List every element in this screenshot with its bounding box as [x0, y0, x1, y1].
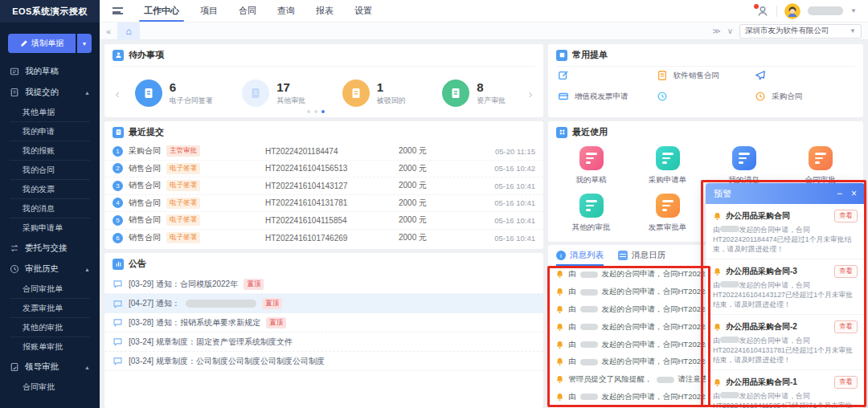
- company-select[interactable]: 深圳市友为软件有限公司 ▼: [739, 24, 862, 39]
- main-nav-tabs: 工作中心 项目 合同 查询 报表 设置: [144, 0, 372, 22]
- view-button[interactable]: 查看: [834, 320, 858, 333]
- sidebar-item-expense-approval[interactable]: 报账单审批: [10, 337, 90, 357]
- notification-person-icon[interactable]: [756, 5, 769, 18]
- recently-used-my-drafts[interactable]: 我的草稿: [553, 146, 629, 186]
- alert-popup: 预警 − × 办公用品采购合同 查看 由发起的合同申请，合同HT20224201…: [706, 183, 865, 408]
- common-order-label: 软件销售合同: [674, 71, 719, 81]
- tab-project[interactable]: 项目: [200, 0, 218, 22]
- amount: 2000 元: [399, 145, 485, 157]
- menu-toggle-icon[interactable]: [113, 7, 123, 14]
- view-button[interactable]: 查看: [834, 376, 858, 389]
- tab-list-dropdown-icon[interactable]: ∨: [727, 27, 733, 35]
- common-order-label: 增值税发票申请: [575, 92, 628, 102]
- common-order-purchase-contract[interactable]: 采购合同: [755, 91, 854, 102]
- timestamp: 05-16 10:41: [485, 216, 535, 225]
- minimize-icon[interactable]: −: [837, 189, 842, 198]
- expand-tabs-icon[interactable]: ≫: [712, 27, 720, 35]
- contract-type: 采购合同: [129, 145, 161, 157]
- announcements-header: 公告: [104, 253, 543, 275]
- tab-settings[interactable]: 设置: [354, 0, 372, 22]
- carousel-dot[interactable]: [307, 110, 310, 113]
- close-icon[interactable]: ×: [851, 189, 857, 198]
- tab-report[interactable]: 报表: [316, 0, 334, 22]
- amount: 2000 元: [399, 163, 485, 174]
- recently-used-my-messages[interactable]: 我的消息: [706, 146, 782, 186]
- view-button[interactable]: 查看: [834, 265, 858, 278]
- common-order-vat-invoice-request[interactable]: 增值税发票申请: [558, 91, 657, 102]
- alert-popup-header: 预警 − ×: [706, 183, 865, 204]
- sidebar-item-my-invoices[interactable]: 我的发票: [10, 180, 90, 199]
- sidebar-item-drafts[interactable]: 我的草稿: [0, 61, 100, 82]
- create-document-button[interactable]: 填制单据: [8, 34, 76, 53]
- common-order-clock[interactable]: [657, 91, 755, 102]
- table-row[interactable]: 5 销售合同 电子签署 HT2022416104115854 2000 元 05…: [104, 212, 543, 230]
- sidebar-item-contract-approval[interactable]: 合同审批: [10, 377, 90, 397]
- table-row[interactable]: 2 销售合同 电子签署 HT2022416104156513 2000 元 05…: [104, 161, 543, 178]
- status-badge: 电子签署: [166, 180, 200, 191]
- sidebar-item-my-contracts[interactable]: 我的合同: [10, 161, 90, 180]
- sidebar-group-label: 领导审批: [25, 361, 59, 373]
- carousel-next-icon[interactable]: ›: [524, 87, 537, 100]
- row-number-badge: 3: [113, 181, 123, 191]
- list-item[interactable]: [03-24] 规章制度：公司制度公司制度公司制度公司制度: [104, 352, 543, 371]
- sidebar-item-purchase-request[interactable]: 采购申请单: [10, 218, 90, 238]
- list-item[interactable]: [04-27] 通知： 置顶: [104, 294, 543, 313]
- create-document-split-button[interactable]: 填制单据 ▼: [8, 34, 92, 53]
- home-tab[interactable]: ⌂: [117, 22, 140, 40]
- table-row[interactable]: 6 销售合同 电子签署 HT2022416101746269 2000 元 05…: [104, 230, 543, 247]
- tab-work-center[interactable]: 工作中心: [144, 0, 179, 22]
- message-text: 由: [568, 322, 576, 333]
- table-row[interactable]: 3 销售合同 电子签署 HT2022416104143127 2000 元 05…: [104, 177, 543, 195]
- tab-query[interactable]: 查询: [277, 0, 295, 22]
- list-item[interactable]: [03-29] 通知：合同模版2022年 置顶: [104, 275, 543, 294]
- sidebar-item-invoice-approval-doc[interactable]: 发票审批单: [10, 299, 90, 318]
- sidebar-item-other-docs[interactable]: 其他单据: [10, 103, 90, 122]
- sidebar-item-contract-approval-doc[interactable]: 合同审批单: [10, 279, 90, 299]
- sidebar-item-my-expenses[interactable]: 我的报账: [10, 141, 90, 161]
- sidebar-item-other-approvals[interactable]: 其他的审批: [10, 318, 90, 337]
- tab-message-list[interactable]: i 消息列表: [556, 245, 604, 266]
- contract-type: 销售合同: [129, 198, 161, 209]
- document-icon: [342, 80, 370, 107]
- recently-used-invoice-approval[interactable]: 发票审批单: [629, 194, 706, 233]
- row-number-badge: 2: [113, 163, 123, 173]
- leader-badge-icon: [10, 362, 19, 372]
- table-row[interactable]: 1 采购合同 主管审批 HT20224201184474 2000 元 05-2…: [104, 143, 543, 161]
- announcement-text: [03-24] 规章制度：固定资产管理系统制度文件: [129, 337, 293, 348]
- view-button[interactable]: 查看: [834, 210, 858, 222]
- announcement-text: [03-29] 通知：合同模版2022年: [129, 279, 238, 290]
- sidebar-item-handover[interactable]: 委托与交接: [0, 238, 100, 259]
- sidebar-item-my-applications[interactable]: 我的申请: [10, 122, 90, 141]
- common-order-edit[interactable]: [558, 70, 657, 81]
- sidebar-item-label: 我的草稿: [25, 66, 59, 77]
- carousel-dot-active[interactable]: [321, 110, 325, 113]
- common-order-send[interactable]: [755, 70, 854, 81]
- common-orders-header: 常用提单: [548, 44, 863, 66]
- sidebar-group-leader-approval[interactable]: 领导审批 ▲: [0, 357, 100, 377]
- collapse-tabs-icon[interactable]: «: [106, 27, 111, 36]
- recently-used-purchase-request[interactable]: 采购申请单: [629, 146, 706, 186]
- status-badge: 主管审批: [166, 145, 200, 157]
- list-item[interactable]: [03-24] 规章制度：固定资产管理系统制度文件: [104, 333, 543, 352]
- paper-plane-icon: [755, 70, 766, 81]
- sidebar-group-my-submitted[interactable]: 我提交的 ▲: [0, 82, 100, 103]
- chevron-down-icon[interactable]: ▼: [850, 7, 857, 14]
- alert-desc: 由: [713, 226, 720, 234]
- sidebar-group-approval-history[interactable]: 审批历史 ▲: [0, 259, 100, 279]
- bell-icon: [713, 378, 722, 387]
- tab-message-calendar[interactable]: 消息日历: [618, 245, 665, 266]
- sidebar-item-my-messages[interactable]: 我的消息: [10, 199, 90, 218]
- table-row[interactable]: 4 销售合同 电子签署 HT2022416104131781 2000 元 05…: [104, 195, 543, 213]
- bell-icon: [555, 288, 564, 296]
- list-item[interactable]: [03-28] 通知：报销系统单要求新规定 置顶: [104, 313, 543, 333]
- recently-used-contract-approval[interactable]: 合同审批: [782, 146, 858, 186]
- common-order-software-sales-contract[interactable]: 软件销售合同: [657, 70, 755, 81]
- announcement-text: [04-27] 通知：: [129, 298, 180, 309]
- tab-contract[interactable]: 合同: [239, 0, 256, 22]
- bell-icon: [555, 341, 564, 349]
- carousel-dot[interactable]: [314, 110, 317, 113]
- recently-used-other-approvals[interactable]: 其他的审批: [553, 194, 629, 233]
- create-document-caret[interactable]: ▼: [77, 34, 92, 53]
- avatar[interactable]: [784, 3, 800, 19]
- carousel-prev-icon[interactable]: ‹: [111, 87, 124, 100]
